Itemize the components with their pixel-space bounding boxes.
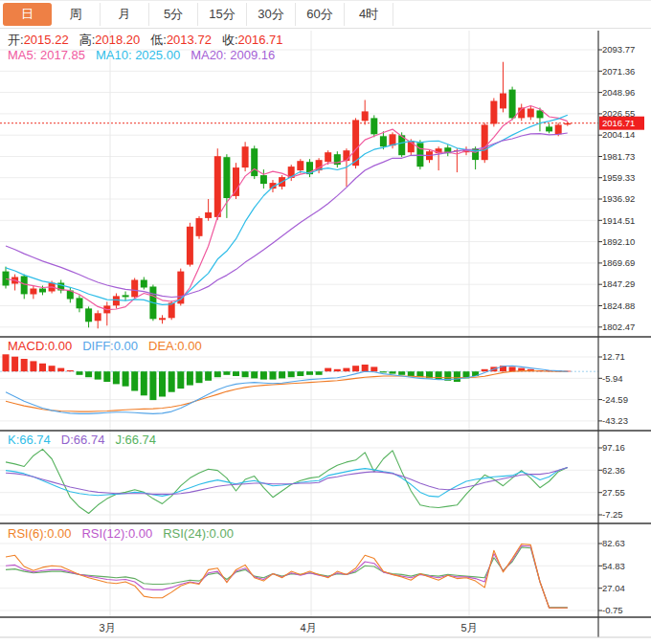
tab-30min[interactable]: 30分 — [247, 3, 296, 26]
candle[interactable] — [205, 212, 212, 218]
candle[interactable] — [564, 123, 571, 125]
macd-bar — [113, 371, 120, 384]
x-axis-month-label: 3月 — [99, 622, 115, 633]
candle[interactable] — [555, 124, 562, 134]
candle[interactable] — [196, 218, 203, 236]
macd-bar — [380, 371, 387, 372]
candle[interactable] — [482, 124, 488, 160]
candle[interactable] — [214, 156, 221, 217]
candle[interactable] — [85, 308, 92, 322]
macd-bar — [260, 371, 267, 379]
macd-bar — [123, 371, 129, 387]
candle[interactable] — [509, 90, 516, 119]
candle[interactable] — [546, 126, 552, 131]
macd-bar — [57, 368, 64, 372]
macd-bar — [11, 357, 18, 372]
macd-bar — [398, 371, 405, 375]
kline-svg[interactable]: 2093.772071.362048.962026.552004.141981.… — [0, 29, 651, 644]
candle[interactable] — [77, 298, 83, 308]
y-tick-label: 1959.33 — [602, 172, 635, 183]
candle[interactable] — [260, 175, 267, 184]
candle[interactable] — [223, 157, 230, 198]
macd-bar — [85, 371, 92, 377]
candle[interactable] — [490, 101, 497, 124]
candle[interactable] — [251, 148, 258, 176]
candle[interactable] — [3, 272, 10, 286]
candle[interactable] — [159, 318, 166, 320]
y-tick-label: 82.63 — [602, 538, 625, 548]
candle[interactable] — [362, 111, 369, 121]
y-tick-label: 2004.14 — [602, 129, 635, 140]
candle[interactable] — [30, 289, 36, 295]
price-marker-value: 2016.71 — [602, 118, 635, 128]
y-tick-label: -24.59 — [602, 394, 628, 405]
macd-bar — [3, 354, 10, 371]
tab-4hour[interactable]: 4时 — [345, 3, 393, 26]
candle[interactable] — [528, 109, 534, 118]
macd-bar — [370, 366, 377, 371]
macd-bar — [49, 366, 56, 371]
y-tick-label: 27.55 — [602, 487, 625, 498]
candle[interactable] — [123, 295, 129, 297]
y-tick-label: 1936.92 — [602, 193, 635, 204]
y-tick-label: 2048.96 — [602, 87, 635, 98]
y-tick-label: -7.25 — [602, 509, 623, 520]
macd-bar — [316, 371, 323, 375]
macd-bar — [214, 371, 221, 377]
candle[interactable] — [95, 313, 101, 321]
macd-bar — [159, 371, 166, 396]
macd-bar — [325, 368, 331, 372]
macd-bar — [334, 369, 341, 371]
candle[interactable] — [39, 289, 46, 293]
candle[interactable] — [187, 227, 193, 265]
candle[interactable] — [242, 146, 249, 167]
kline-chart-app: 日 周 月 5分 15分 30分 60分 4时 2093.772071.3620… — [0, 0, 651, 644]
candle[interactable] — [233, 167, 239, 196]
y-tick-label: 1802.47 — [602, 322, 635, 332]
macd-bar — [390, 371, 396, 373]
tab-month[interactable]: 月 — [101, 3, 149, 26]
macd-bar — [242, 371, 249, 377]
chart-area: 2093.772071.362048.962026.552004.141981.… — [0, 29, 651, 644]
y-tick-label: 1847.29 — [602, 278, 635, 289]
macd-bar — [233, 371, 239, 376]
candle[interactable] — [141, 280, 147, 288]
tab-15min[interactable]: 15分 — [198, 3, 247, 26]
y-tick-label: 12.71 — [602, 351, 625, 362]
tab-60min[interactable]: 60分 — [296, 3, 345, 26]
candle[interactable] — [370, 118, 377, 134]
candle[interactable] — [131, 280, 138, 298]
candle[interactable] — [168, 302, 175, 318]
macd-bar — [279, 371, 285, 378]
macd-bar — [196, 371, 203, 383]
tab-day[interactable]: 日 — [3, 3, 52, 26]
y-tick-label: 54.83 — [602, 561, 625, 571]
candle[interactable] — [380, 136, 387, 146]
tab-week[interactable]: 周 — [52, 3, 101, 26]
candle[interactable] — [113, 296, 120, 305]
tab-5min[interactable]: 5分 — [149, 3, 198, 26]
macd-bar — [77, 371, 83, 375]
macd-bar — [251, 371, 258, 378]
macd-bar — [141, 371, 147, 395]
candle[interactable] — [343, 150, 349, 161]
macd-bar — [187, 371, 193, 385]
macd-bar — [288, 371, 295, 377]
macd-bar — [205, 371, 212, 381]
y-tick-label: 1914.51 — [602, 215, 635, 226]
macd-bar — [343, 368, 349, 372]
candle[interactable] — [325, 152, 331, 162]
macd-bar — [482, 369, 488, 371]
y-tick-label: 2093.77 — [602, 44, 635, 55]
y-tick-label: 27.04 — [602, 583, 625, 593]
y-tick-label: 2071.36 — [602, 66, 635, 77]
macd-bar — [270, 371, 277, 379]
macd-bar — [67, 370, 74, 371]
y-tick-label: 97.16 — [602, 442, 625, 453]
macd-bar — [39, 364, 46, 371]
macd-bar — [103, 371, 110, 382]
macd-bar — [95, 371, 101, 379]
candle[interactable] — [500, 94, 506, 109]
x-axis-month-label: 4月 — [300, 622, 316, 633]
candle[interactable] — [297, 161, 303, 170]
